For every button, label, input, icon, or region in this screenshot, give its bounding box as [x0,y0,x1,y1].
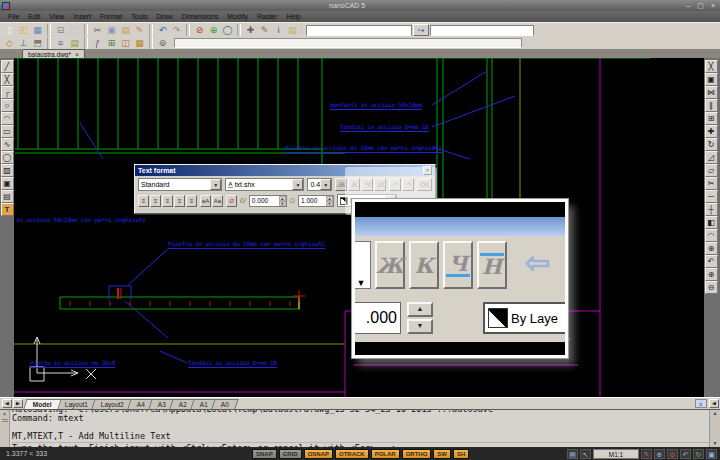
trim-icon[interactable]: ✂ [705,177,718,190]
image-icon[interactable]: ▤ [1,190,14,203]
regen-icon[interactable]: ↻ [693,449,704,459]
layers-icon[interactable]: ≡ [54,37,67,49]
lowercase-button[interactable]: Aa [212,195,223,207]
copy-icon[interactable]: ▣ [105,24,118,36]
document-tab[interactable]: balaustra.dwg* × [22,49,85,58]
spline-icon[interactable]: ∿ [1,138,14,151]
ucs-icon[interactable]: ⊥ [17,37,30,49]
rotate-icon[interactable]: ↻ [705,138,718,151]
menu-help[interactable]: Help [287,13,301,20]
properties-icon[interactable]: ▤ [68,37,81,49]
tabs-scroll-left-icon[interactable]: ◀ [2,399,12,408]
menu-modify[interactable]: Modify [227,13,248,20]
inset-format-ж-button[interactable]: Ж [375,241,405,289]
new-file-icon[interactable]: ▯ [3,24,16,36]
minimize-button[interactable]: – [684,1,692,10]
line-icon[interactable]: ╱ [1,60,14,73]
rectangle-icon[interactable]: ▭ [1,125,14,138]
text-style-icon[interactable]: ƒ [91,37,104,49]
spin-down-icon[interactable]: ▼ [407,319,433,334]
maximize-button[interactable]: ▢ [695,1,706,10]
uppercase-button[interactable]: aA [200,195,211,207]
offset-icon[interactable]: ∥ [705,99,718,112]
copy-object-icon[interactable]: ▣ [705,73,718,86]
inset-format-н-button[interactable]: Н [477,241,507,289]
menu-draw[interactable]: Draw [156,13,172,20]
tabs-scroll-right-icon[interactable]: ▶ [13,399,23,408]
oblique-angle-spinner[interactable]: 0.000 ▲▼ [249,195,287,207]
edit-pencil-icon[interactable]: ✎ [641,449,652,459]
move-icon[interactable]: ✚ [705,125,718,138]
align-left-button[interactable]: ≡ [138,195,149,207]
menu-file[interactable]: File [8,13,19,20]
construction-line-icon[interactable]: ╳ [1,73,14,86]
group-icon[interactable]: ◫ [119,37,132,49]
menu-tools[interactable]: Tools [131,13,147,20]
menu-edit[interactable]: Edit [28,13,40,20]
zoom-object-icon[interactable]: ◯ [221,24,234,36]
toggle-ortho[interactable]: ORTHO [402,449,432,459]
menu-dimensions[interactable]: Dimensions [182,13,219,20]
mtext-icon[interactable]: T [1,203,14,216]
pedit-icon[interactable]: ↶ [705,255,718,268]
command-close-icon[interactable]: × [3,411,7,417]
toggle-snap[interactable]: SNAP [252,449,277,459]
text-style-select[interactable]: Standard ▼ [138,178,222,191]
layout-tab-a0[interactable]: A0 [211,399,238,409]
extend-icon[interactable]: ─ [705,190,718,203]
open-folder-icon[interactable]: ◰ [17,24,30,36]
stretch-icon[interactable]: ▱ [705,164,718,177]
plot-icon[interactable]: ⊟ [54,24,67,36]
fillet-icon[interactable]: ◠ [705,229,718,242]
erase-icon[interactable]: ╳ [705,60,718,73]
chevron-down-icon[interactable]: ▼ [320,179,331,190]
chevron-down-icon[interactable]: ▼ [210,179,221,190]
command-quick-input[interactable] [306,25,412,36]
zoom-window-icon[interactable]: ⊙ [667,449,678,459]
zoom-in-icon[interactable]: ⊕ [705,268,718,281]
selection-icon[interactable]: ▦ [133,37,146,49]
scroll-down-icon[interactable]: ▼ [713,440,718,447]
layout-tab-model[interactable]: Model [23,399,61,409]
scale-indicator[interactable]: M1:1 [593,449,639,459]
toggle-grid[interactable]: GRID [279,449,302,459]
align-distribute-button[interactable]: ≡ [186,195,197,207]
inset-format-ч-button[interactable]: Ч [443,241,473,289]
region-icon[interactable]: ▣ [1,177,14,190]
pan-icon[interactable]: ✚ [244,24,257,36]
close-button[interactable]: × [709,1,717,10]
hatch-icon[interactable]: ▨ [1,164,14,177]
ellipse-icon[interactable]: ◯ [1,151,14,164]
chamfer-icon[interactable]: ◧ [705,216,718,229]
undo-icon[interactable]: ↶ [156,24,169,36]
spin-down-icon[interactable]: ▼ [279,201,286,206]
symbol-button[interactable]: Ø [226,195,237,207]
font-select[interactable]: A txt.shx ▼ [225,178,304,191]
break-icon[interactable]: ┼ [705,203,718,216]
text-height-select[interactable]: 0.4 ▼ [307,178,332,191]
undo-view-icon[interactable]: ↶ [680,449,691,459]
arc-icon[interactable]: ◠ [1,112,14,125]
zoom-out-icon[interactable]: ⊖ [705,281,718,294]
tracking-spinner[interactable]: 1.000 ▲▼ [298,195,334,207]
tabs-end-icon[interactable]: ◀ [709,399,719,408]
align-right-button[interactable]: ≡ [162,195,173,207]
notes-icon[interactable]: ▤ [567,449,578,459]
menu-format[interactable]: Format [100,13,122,20]
spin-down-icon[interactable]: ▼ [326,201,333,206]
redirect-button[interactable]: ↪ [413,24,429,36]
array-icon[interactable]: ⊞ [705,112,718,125]
toggle-osnap[interactable]: OSNAP [304,449,333,459]
align-center-button[interactable]: ≡ [150,195,161,207]
toggle-sw[interactable]: SW [433,449,451,459]
command-scrollbar[interactable]: ▲ ▼ [709,410,720,447]
menu-insert[interactable]: Insert [73,13,91,20]
toggle-otrack[interactable]: OTRACK [335,449,369,459]
table-icon[interactable]: ⊞ [105,37,118,49]
chevron-down-icon[interactable]: ▼ [292,179,303,190]
scale-icon[interactable]: ◿ [705,151,718,164]
paste-icon[interactable]: ▤ [119,24,132,36]
draw-order-icon[interactable]: ⬒ [31,37,44,49]
document-tab-close-icon[interactable]: × [75,51,79,58]
notes-icon[interactable]: ▤ [286,24,299,36]
